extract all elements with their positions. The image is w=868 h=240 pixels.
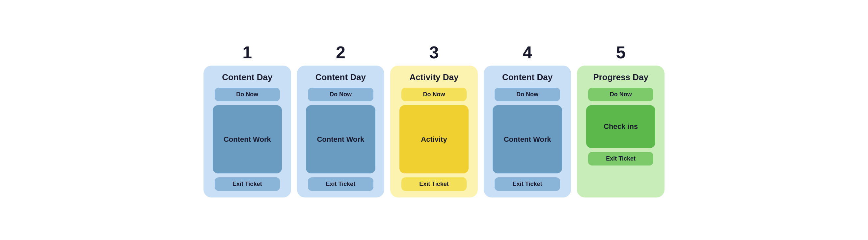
day-5-btn-3[interactable]: Exit Ticket [588,152,654,165]
day-column-2: 2Content DayDo NowContent WorkExit Ticke… [297,43,384,197]
day-column-4: 4Content DayDo NowContent WorkExit Ticke… [484,43,571,197]
days-container: 1Content DayDo NowContent WorkExit Ticke… [204,43,664,197]
day-5-btn-1[interactable]: Do Now [588,88,654,101]
day-3-btn-2[interactable]: Activity [399,105,469,174]
day-4-btn-1[interactable]: Do Now [495,88,560,101]
day-3-btn-1[interactable]: Do Now [401,88,467,101]
day-number-4: 4 [523,43,532,62]
day-title-5: Progress Day [593,72,648,82]
day-card-3: Activity DayDo NowActivityExit Ticket [390,65,478,197]
day-title-4: Content Day [502,72,553,82]
day-title-2: Content Day [315,72,366,82]
day-number-1: 1 [242,43,252,62]
day-number-2: 2 [336,43,345,62]
day-column-1: 1Content DayDo NowContent WorkExit Ticke… [204,43,291,197]
day-card-2: Content DayDo NowContent WorkExit Ticket [297,65,384,197]
day-card-5: Progress DayDo NowCheck insExit Ticket [577,65,664,197]
day-title-1: Content Day [222,72,272,82]
day-1-btn-2[interactable]: Content Work [213,105,282,174]
day-title-3: Activity Day [410,72,459,82]
day-2-btn-3[interactable]: Exit Ticket [308,177,373,191]
day-5-btn-2[interactable]: Check ins [586,105,655,148]
day-column-5: 5Progress DayDo NowCheck insExit Ticket [577,43,664,197]
day-card-1: Content DayDo NowContent WorkExit Ticket [204,65,291,197]
day-3-btn-3[interactable]: Exit Ticket [401,177,467,191]
day-4-btn-2[interactable]: Content Work [493,105,562,174]
day-column-3: 3Activity DayDo NowActivityExit Ticket [390,43,478,197]
day-2-btn-2[interactable]: Content Work [306,105,375,174]
day-1-btn-1[interactable]: Do Now [215,88,280,101]
day-number-5: 5 [616,43,626,62]
day-4-btn-3[interactable]: Exit Ticket [495,177,560,191]
day-2-btn-1[interactable]: Do Now [308,88,373,101]
day-card-4: Content DayDo NowContent WorkExit Ticket [484,65,571,197]
day-number-3: 3 [429,43,439,62]
day-1-btn-3[interactable]: Exit Ticket [215,177,280,191]
